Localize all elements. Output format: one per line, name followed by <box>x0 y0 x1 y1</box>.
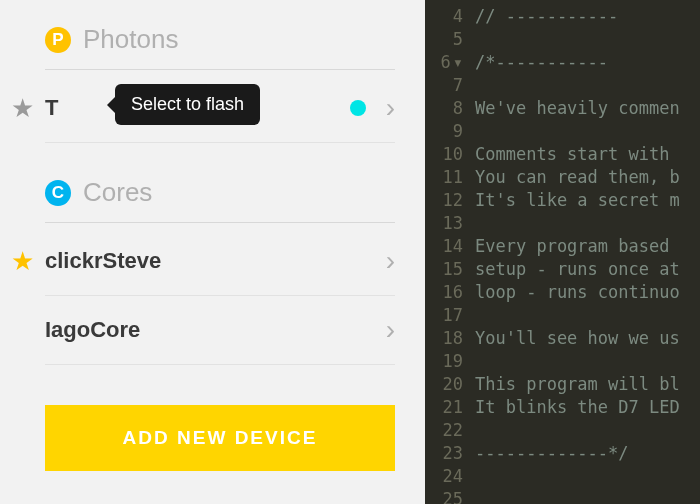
device-row-iagocore[interactable]: IagoCore › <box>45 296 395 365</box>
editor-gutter: 456▾78910111213141516171819202122232425 <box>425 4 475 504</box>
device-name: clickrSteve <box>45 248 386 274</box>
line-number: 7 <box>425 73 463 96</box>
line-number: 9 <box>425 119 463 142</box>
code-line[interactable]: This program will bl <box>475 372 680 395</box>
line-number: 8 <box>425 96 463 119</box>
section-title: Photons <box>83 24 178 55</box>
device-row-photon-1[interactable]: ★ T Select to flash › <box>45 74 395 143</box>
chevron-right-icon[interactable]: › <box>386 245 395 277</box>
section-header-cores: C Cores <box>45 173 395 223</box>
photon-badge-icon: P <box>45 27 71 53</box>
device-sidebar: P Photons ★ T Select to flash › C Cores … <box>0 0 425 504</box>
line-number: 13 <box>425 211 463 234</box>
chevron-right-icon[interactable]: › <box>386 92 395 124</box>
line-number: 17 <box>425 303 463 326</box>
add-new-device-button[interactable]: ADD NEW DEVICE <box>45 405 395 471</box>
star-icon[interactable]: ★ <box>11 248 34 274</box>
section-header-photons: P Photons <box>45 20 395 70</box>
code-line[interactable] <box>475 464 680 487</box>
flash-tooltip: Select to flash <box>115 84 260 125</box>
code-line[interactable] <box>475 418 680 441</box>
code-line[interactable] <box>475 211 680 234</box>
line-number: 14 <box>425 234 463 257</box>
line-number: 23 <box>425 441 463 464</box>
line-number: 25 <box>425 487 463 504</box>
star-icon[interactable]: ★ <box>11 95 34 121</box>
line-number: 20 <box>425 372 463 395</box>
line-number: 16 <box>425 280 463 303</box>
code-line[interactable] <box>475 303 680 326</box>
section-title: Cores <box>83 177 152 208</box>
line-number: 18 <box>425 326 463 349</box>
line-number: 5 <box>425 27 463 50</box>
code-line[interactable] <box>475 119 680 142</box>
line-number: 12 <box>425 188 463 211</box>
status-online-icon <box>350 100 366 116</box>
line-number: 6▾ <box>425 50 463 73</box>
code-editor[interactable]: 456▾78910111213141516171819202122232425 … <box>425 0 700 504</box>
line-number: 4 <box>425 4 463 27</box>
code-line[interactable] <box>475 73 680 96</box>
code-line[interactable] <box>475 27 680 50</box>
line-number: 22 <box>425 418 463 441</box>
device-name: IagoCore <box>45 317 386 343</box>
code-line[interactable]: Comments start with <box>475 142 680 165</box>
code-line[interactable]: /*----------- <box>475 50 680 73</box>
device-row-clickrsteve[interactable]: ★ clickrSteve › <box>45 227 395 296</box>
code-line[interactable] <box>475 487 680 504</box>
code-line[interactable] <box>475 349 680 372</box>
code-line[interactable]: // ----------- <box>475 4 680 27</box>
line-number: 11 <box>425 165 463 188</box>
line-number: 10 <box>425 142 463 165</box>
line-number: 24 <box>425 464 463 487</box>
code-line[interactable]: It's like a secret m <box>475 188 680 211</box>
code-line[interactable]: Every program based <box>475 234 680 257</box>
editor-code[interactable]: // -----------/*-----------We've heavily… <box>475 4 680 504</box>
code-line[interactable]: You'll see how we us <box>475 326 680 349</box>
chevron-right-icon[interactable]: › <box>386 314 395 346</box>
code-line[interactable]: -------------*/ <box>475 441 680 464</box>
code-line[interactable]: loop - runs continuo <box>475 280 680 303</box>
code-line[interactable]: We've heavily commen <box>475 96 680 119</box>
code-line[interactable]: setup - runs once at <box>475 257 680 280</box>
code-line[interactable]: It blinks the D7 LED <box>475 395 680 418</box>
line-number: 15 <box>425 257 463 280</box>
code-line[interactable]: You can read them, b <box>475 165 680 188</box>
line-number: 19 <box>425 349 463 372</box>
line-number: 21 <box>425 395 463 418</box>
core-badge-icon: C <box>45 180 71 206</box>
